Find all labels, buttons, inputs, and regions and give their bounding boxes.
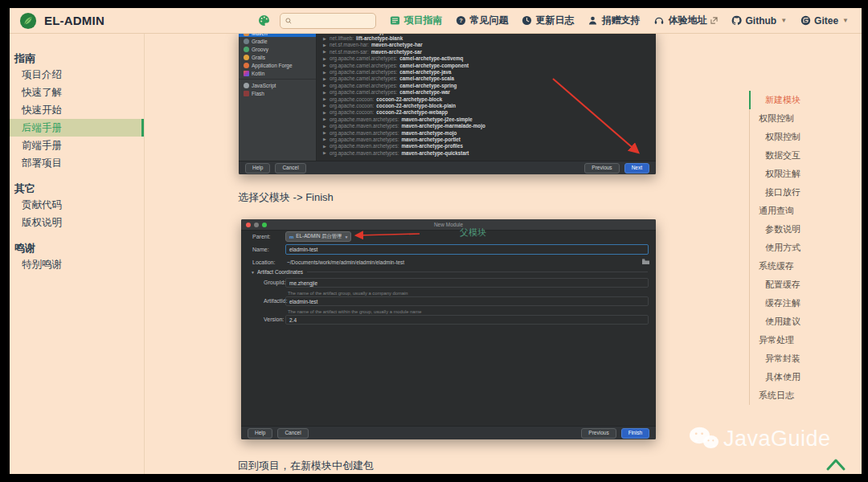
toc-item[interactable]: 权限注解 xyxy=(749,165,860,183)
expand-arrow-icon[interactable]: ▶ xyxy=(323,124,327,129)
toc-item[interactable]: 系统缓存 xyxy=(749,257,860,276)
folder-browse-icon[interactable] xyxy=(642,259,649,264)
toc-item[interactable]: 具体使用 xyxy=(749,368,860,386)
expand-arrow-icon[interactable]: ▶ xyxy=(323,36,327,41)
toc-item[interactable]: 权限控制 xyxy=(749,109,860,128)
archetype-row[interactable]: ▶org.apache.cocoon:cocoon-22-archetype-w… xyxy=(317,109,656,116)
expand-arrow-icon[interactable]: ▶ xyxy=(323,116,327,121)
toc-item[interactable]: 参数说明 xyxy=(749,220,860,239)
sidebar-item[interactable]: 后端手册 xyxy=(10,119,144,137)
finish-button[interactable]: Finish xyxy=(621,428,649,439)
archetype-row[interactable]: ▶org.apache.camel.archetypes:camel-arche… xyxy=(317,89,656,96)
archetype-row[interactable]: ▶org.apache.maven.archetypes:maven-arche… xyxy=(317,122,656,129)
archetype-row[interactable]: ▶org.apache.maven.archetypes:maven-arche… xyxy=(317,129,656,136)
module-type-forge[interactable]: Application Forge xyxy=(239,61,316,69)
sidebar-item[interactable]: 版权说明 xyxy=(10,214,144,231)
version-input[interactable]: 2.4 xyxy=(285,315,649,325)
expand-arrow-icon[interactable]: ▶ xyxy=(323,49,327,54)
nav-item-github[interactable]: Github▼ xyxy=(731,15,787,27)
nav-item-faq[interactable]: ?常见问题 xyxy=(456,14,508,27)
zoom-window-icon[interactable] xyxy=(262,223,267,227)
toc-item[interactable]: 数据交互 xyxy=(749,146,860,165)
archetype-row[interactable]: ▶org.apache.cocoon:cocoon-22-archetype-b… xyxy=(317,96,656,102)
archetype-row[interactable]: ▶net.sf.maven-sar:maven-archetype-sar xyxy=(317,48,656,55)
module-type-javascript[interactable]: JavaScript xyxy=(239,81,316,89)
theme-palette-icon[interactable] xyxy=(258,14,270,27)
expand-arrow-icon[interactable]: ▶ xyxy=(323,83,327,88)
search-box[interactable] xyxy=(280,13,376,29)
expand-arrow-icon[interactable]: ▶ xyxy=(323,56,327,61)
archetype-row[interactable]: ▶net.liftweb:lift-archetype-blank xyxy=(317,35,656,41)
expand-arrow-icon[interactable]: ▶ xyxy=(323,43,327,47)
toc-item[interactable]: 使用方式 xyxy=(749,239,860,257)
archetype-row[interactable]: ▶org.apache.maven.archetypes:maven-arche… xyxy=(317,149,656,156)
toc-item[interactable]: 缓存注解 xyxy=(749,294,860,312)
module-name-input[interactable]: eladmin-test xyxy=(285,244,649,255)
module-type-groovy[interactable]: Groovy xyxy=(239,45,316,53)
artifact-coordinates-section[interactable]: ▼ Artifact Coordinates xyxy=(251,269,648,275)
toc-item[interactable]: 异常处理 xyxy=(749,331,860,349)
toc-item[interactable]: 接口放行 xyxy=(749,183,860,202)
expand-arrow-icon[interactable]: ▶ xyxy=(323,96,327,101)
archetype-row[interactable]: ▶org.apache.maven.archetypes:maven-arche… xyxy=(317,116,656,122)
previous-button[interactable]: Previous xyxy=(581,428,616,439)
help-button[interactable]: Help xyxy=(248,428,272,439)
expand-arrow-icon[interactable]: ▶ xyxy=(323,137,327,141)
minimize-window-icon[interactable] xyxy=(254,223,259,227)
expand-arrow-icon[interactable]: ▶ xyxy=(323,150,327,155)
nav-item-donate[interactable]: 捐赠支持 xyxy=(588,14,640,27)
toc-item[interactable]: 配置缓存 xyxy=(749,276,860,294)
toc-item[interactable]: 系统日志 xyxy=(749,386,860,405)
expand-arrow-icon[interactable]: ▶ xyxy=(323,103,327,108)
cancel-button[interactable]: Cancel xyxy=(277,428,308,439)
archetype-row[interactable]: ▶org.apache.camel.archetypes:camel-arche… xyxy=(317,76,656,82)
next-button[interactable]: Next xyxy=(624,163,649,174)
archetype-row[interactable]: ▶org.apache.cocoon:cocoon-22-archetype-b… xyxy=(317,102,656,108)
nav-item-guide[interactable]: 项目指南 xyxy=(390,14,442,27)
sidebar-item[interactable]: 部署项目 xyxy=(10,154,144,172)
expand-arrow-icon[interactable]: ▶ xyxy=(323,130,327,135)
module-type-grails[interactable]: Grails xyxy=(239,53,316,61)
close-window-icon[interactable] xyxy=(246,223,251,227)
archetype-row[interactable]: ▶org.apache.maven.archetypes:maven-arche… xyxy=(317,143,656,149)
groupid-input[interactable]: me.zhengjie xyxy=(285,278,649,288)
expand-arrow-icon[interactable]: ▶ xyxy=(323,76,327,81)
archetype-row[interactable]: ▶org.apache.camel.archetypes:camel-arche… xyxy=(317,55,656,62)
nav-item-gitee[interactable]: Gitee▼ xyxy=(800,15,849,27)
toc-item[interactable]: 通用查询 xyxy=(749,202,860,220)
expand-arrow-icon[interactable]: ▶ xyxy=(323,90,327,95)
previous-button[interactable]: Previous xyxy=(584,163,619,174)
site-title[interactable]: EL-ADMIN xyxy=(44,14,104,27)
toc-item[interactable]: 异常封装 xyxy=(749,349,860,368)
search-input[interactable] xyxy=(295,15,371,27)
expand-arrow-icon[interactable]: ▶ xyxy=(323,110,327,115)
expand-arrow-icon[interactable]: ▶ xyxy=(323,70,327,75)
help-button[interactable]: Help xyxy=(245,163,270,174)
toc-item[interactable]: 使用建议 xyxy=(749,312,860,331)
nav-item-changelog[interactable]: 更新日志 xyxy=(522,14,574,27)
sidebar-item[interactable]: 项目介绍 xyxy=(10,66,144,84)
back-to-top-button[interactable] xyxy=(825,455,847,474)
artifactid-input[interactable]: eladmin-test xyxy=(285,296,649,306)
archetype-row[interactable]: ▶org.apache.camel.archetypes:camel-arche… xyxy=(317,62,656,68)
expand-arrow-icon[interactable]: ▶ xyxy=(323,144,327,149)
toc-item[interactable]: 新建模块 xyxy=(749,91,860,109)
sidebar-item[interactable]: 快速了解 xyxy=(10,84,144,101)
archetype-row[interactable]: ▶org.apache.maven.archetypes:maven-arche… xyxy=(317,136,656,142)
expand-arrow-icon[interactable]: ▶ xyxy=(323,63,327,67)
archetype-row[interactable]: ▶org.apache.camel.archetypes:camel-arche… xyxy=(317,68,656,75)
sidebar-item[interactable]: 特别鸣谢 xyxy=(10,255,144,273)
parent-module-dropdown[interactable]: m EL-ADMIN 后台管理 ▼ xyxy=(285,231,351,242)
module-type-kotlin[interactable]: Kotlin xyxy=(239,69,316,80)
sidebar-item[interactable]: 前端手册 xyxy=(10,137,144,154)
nav-item-demo[interactable]: 体验地址 xyxy=(653,14,718,27)
archetype-row[interactable]: ▶net.sf.maven-har:maven-archetype-har xyxy=(317,42,656,48)
toc-item[interactable]: 权限控制 xyxy=(749,128,860,146)
archetype-row[interactable]: ▶org.apache.camel.archetypes:camel-arche… xyxy=(317,82,656,88)
module-type-gradle[interactable]: Gradle xyxy=(239,37,316,45)
sidebar-item[interactable]: 贡献代码 xyxy=(10,196,144,214)
module-type-flash[interactable]: Flash xyxy=(239,89,316,97)
sidebar-item[interactable]: 快速开始 xyxy=(10,101,144,119)
cancel-button[interactable]: Cancel xyxy=(275,163,305,174)
location-value[interactable]: ~/Documents/work/me/admin/eladmin/eladmi… xyxy=(287,259,404,265)
